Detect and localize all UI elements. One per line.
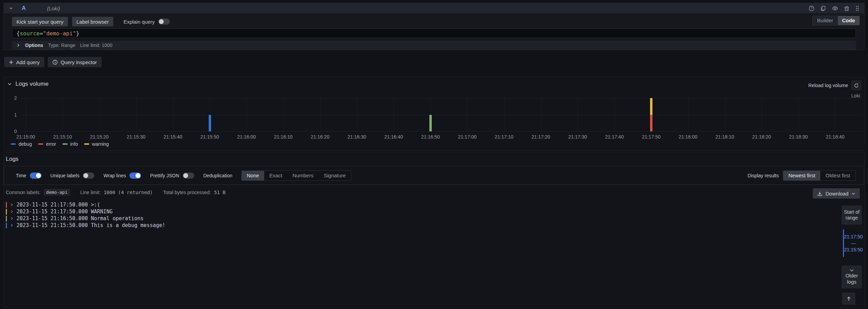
options-label: Options [25,43,43,48]
x-gridline [504,98,505,131]
label-browser-button[interactable]: Label browser [72,17,113,26]
display-option-newest-first[interactable]: Newest first [783,171,820,180]
log-row-debug[interactable]: 2023-11-15 21:15:50.000 This is a debug … [6,222,837,229]
log-timestamp: 2023-11-15 21:15:50.000 [16,222,91,228]
toggle-time: Time [16,173,42,179]
log-message: This is a debug message! [91,222,165,228]
x-axis-tick-label: 21:17:40 [599,134,630,140]
x-axis-tick-label: 21:15:30 [121,134,152,140]
x-gridline [136,98,137,131]
chart-bar-info [429,115,432,132]
options-line-limit: Line limit: 1000 [80,43,112,48]
legend-swatch-info [62,143,68,145]
total-bytes-label: Total bytes processed: [163,190,211,195]
scroll-to-top-button[interactable] [842,293,855,305]
expand-log-row-icon[interactable] [10,216,13,221]
legend-item-info[interactable]: info [62,141,78,147]
add-query-button[interactable]: Add query [4,57,44,67]
log-row-error[interactable]: 2023-11-15 21:17:50.000 >:( [6,201,837,208]
log-row-warning[interactable]: 2023-11-15 21:17:50.000 WARNING [6,208,837,215]
download-button[interactable]: Download [813,188,860,199]
legend-label: warning [92,141,109,147]
legend-label: info [70,141,78,147]
start-of-range-button[interactable]: Start of range [842,205,862,225]
expand-log-row-icon[interactable] [10,223,13,227]
x-gridline [798,98,799,131]
x-gridline [357,98,357,131]
legend-swatch-error [38,143,43,145]
query-inspector-button[interactable]: Query inspector [48,57,102,67]
logs-controls-bar: TimeUnique labelsWrap linesPrettify JSON… [4,166,864,185]
display-option-oldest-first[interactable]: Oldest first [820,171,855,180]
x-axis-tick-label: 21:16:30 [342,134,372,140]
display-results-radio-group: Newest firstOldest first [783,170,856,181]
log-range-indicator[interactable]: 21:17:50 — 21:15:50 [842,229,862,257]
x-gridline [173,98,173,131]
older-logs-button[interactable]: Older logs [842,265,862,288]
hide-query-eye-icon[interactable] [831,5,839,12]
log-level-indicator-error [6,202,7,208]
dedup-option-numbers[interactable]: Numbers [287,171,319,180]
x-axis-tick-label: 21:18:40 [820,134,850,140]
total-bytes-value: 51 B [214,190,226,195]
query-open-brace: { [16,30,20,37]
x-axis-tick-label: 21:15:40 [158,134,188,140]
chart-bar-warning [650,98,652,115]
x-axis-tick-label: 21:16:10 [268,134,299,140]
svg-text:?: ? [811,7,813,10]
expand-log-row-icon[interactable] [10,210,13,214]
log-message: >:( [91,202,100,208]
datasource-name: (Loki) [47,5,60,11]
toggle-switch-prettify-json[interactable] [183,173,194,179]
range-indicator-bar [843,229,844,257]
line-limit-value: 1000 (4 returned) [104,190,153,195]
x-axis-tick-label: 21:15:20 [84,134,115,140]
x-gridline [578,98,578,131]
toggle-knob [36,173,41,178]
help-icon[interactable]: ? [808,5,815,12]
x-gridline [467,98,467,131]
toggle-switch-unique-labels[interactable] [83,173,94,179]
x-axis-tick-label: 21:18:00 [673,134,704,140]
delete-query-trash-icon[interactable] [843,5,850,12]
kick-start-query-button[interactable]: Kick start your query [12,17,68,26]
toggle-switch-time[interactable] [30,173,42,179]
y-gridline [22,115,863,115]
editor-mode-builder[interactable]: Builder [813,16,838,25]
toggle-switch-wrap-lines[interactable] [129,173,141,179]
query-options-row[interactable]: Options Type: Range Line limit: 1000 [12,41,856,50]
legend-item-debug[interactable]: debug [11,141,32,147]
expand-log-row-icon[interactable] [10,203,13,207]
editor-mode-code[interactable]: Code [838,16,860,25]
x-axis-tick-label: 21:17:30 [562,134,593,140]
collapse-query-row-icon[interactable] [8,5,14,11]
drag-handle-icon[interactable] [855,5,860,12]
dedup-option-none[interactable]: None [242,171,264,180]
query-code-editor[interactable]: {source="demo-api"} [12,28,856,38]
download-icon [817,191,822,196]
toggle-unique-labels: Unique labels [50,173,95,179]
x-axis-tick-label: 21:16:50 [415,134,446,140]
log-message: Normal operations [91,215,144,222]
x-axis-tick-label: 21:17:20 [525,134,556,140]
toggle-label: Unique labels [50,173,80,178]
duplicate-query-icon[interactable] [820,5,827,12]
x-axis-tick-label: 21:16:40 [378,134,409,140]
x-gridline [283,98,283,131]
log-message: WARNING [91,209,113,215]
dedup-option-exact[interactable]: Exact [264,171,288,180]
log-row-info[interactable]: 2023-11-15 21:16:50.000 Normal operation… [6,215,837,222]
toggle-label: Wrap lines [103,173,126,178]
dedup-radio-group: NoneExactNumbersSignature [241,170,351,181]
line-limit-label: Line limit: [80,190,101,195]
total-bytes: Total bytes processed: 51 B [163,190,225,195]
display-results-label: Display results [748,173,779,178]
explain-query-toggle[interactable] [158,19,170,25]
dedup-option-signature[interactable]: Signature [319,171,351,180]
query-actions-row: Add query Query inspector [4,57,102,67]
legend-item-error[interactable]: error [38,141,56,147]
chevron-right-icon [16,43,20,47]
line-limit: Line limit: 1000 (4 returned) [80,190,153,195]
legend-item-warning[interactable]: warning [84,141,109,147]
x-axis-tick-label: 21:16:20 [305,134,336,140]
